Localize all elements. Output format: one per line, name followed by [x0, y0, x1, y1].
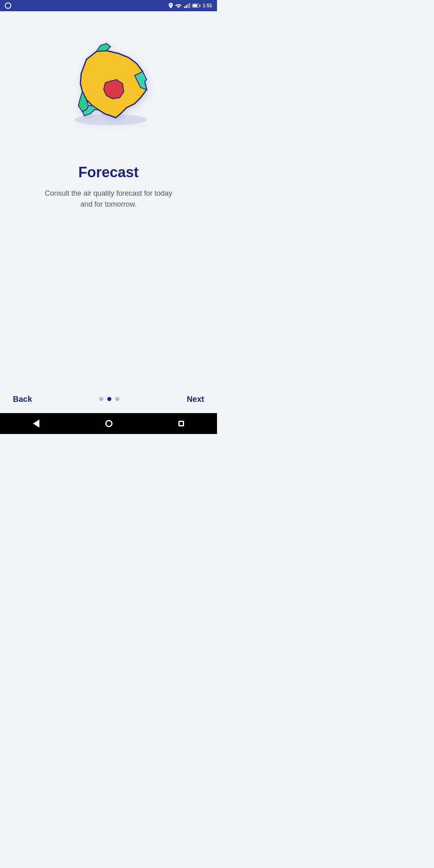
page-title: Forecast — [78, 164, 139, 181]
status-right: 1:51 — [169, 3, 212, 8]
android-recents-icon[interactable] — [178, 421, 184, 426]
bottom-nav: Back Next — [0, 385, 217, 413]
dot-2 — [107, 397, 111, 401]
status-bar: 1:51 — [0, 0, 217, 11]
main-content: Forecast Consult the air quality forecas… — [0, 11, 217, 385]
notification-icon — [5, 2, 11, 9]
page-dots — [99, 397, 119, 401]
dot-3 — [115, 397, 119, 401]
next-button[interactable]: Next — [185, 391, 206, 407]
android-home-icon[interactable] — [105, 420, 113, 427]
android-nav-bar — [0, 413, 217, 434]
dot-1 — [99, 397, 103, 401]
back-button[interactable]: Back — [11, 391, 34, 407]
android-back-icon[interactable] — [33, 420, 39, 428]
map-illustration — [56, 35, 161, 148]
location-icon — [169, 3, 173, 8]
status-left — [5, 2, 11, 9]
wifi-icon — [175, 3, 182, 8]
page-description: Consult the air quality forecast for tod… — [40, 188, 177, 210]
battery-icon — [192, 4, 201, 8]
signal-icon — [184, 3, 190, 8]
status-time: 1:51 — [203, 3, 212, 8]
